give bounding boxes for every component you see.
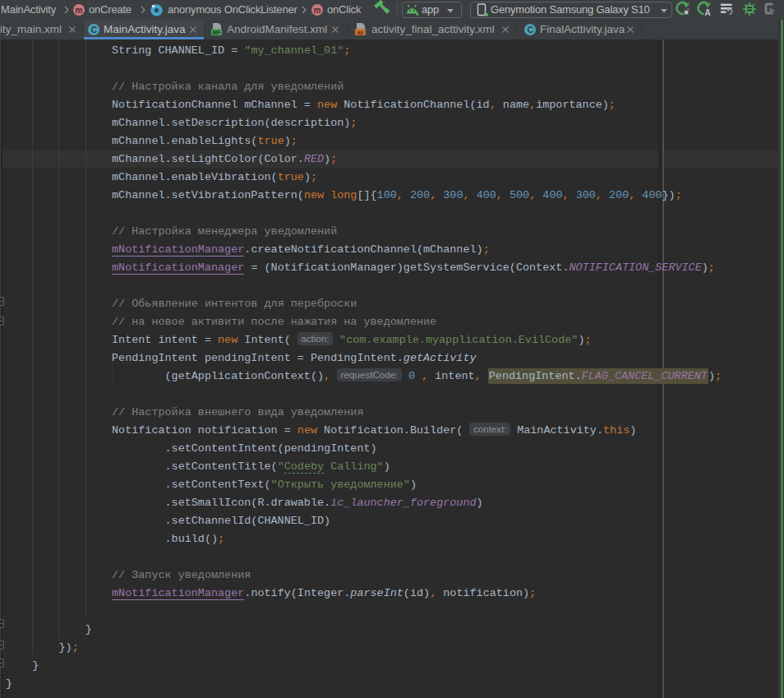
svg-text:ax: ax [357, 30, 364, 35]
svg-text:A: A [705, 8, 711, 17]
svg-text:m: m [76, 6, 83, 15]
svg-text:C: C [527, 25, 533, 35]
svg-text:MF: MF [213, 30, 220, 35]
svg-text:m: m [314, 6, 321, 15]
svg-text:C: C [90, 25, 97, 35]
